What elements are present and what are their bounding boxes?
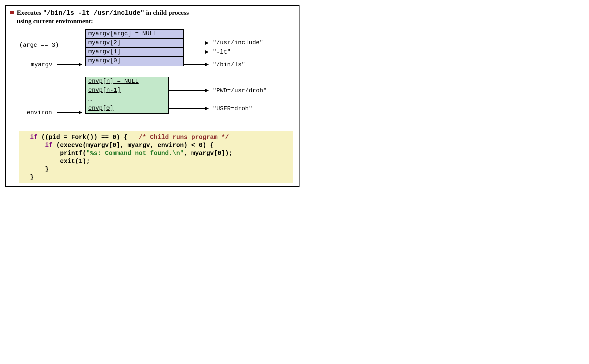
c-comment: /* Child runs program */ bbox=[139, 134, 229, 141]
c-string: "%s: Command not found.\n" bbox=[86, 150, 184, 157]
environ-label: environ bbox=[27, 109, 52, 116]
envp-target-pwd: "PWD=/usr/droh" bbox=[213, 87, 267, 94]
c-kw-if1: if bbox=[30, 134, 38, 141]
argc-label: (argc == 3) bbox=[19, 42, 59, 48]
c-l2a bbox=[22, 142, 45, 149]
arrow-argv1 bbox=[183, 52, 208, 52]
bullet-square-icon bbox=[10, 11, 14, 14]
c-kw-if2: if bbox=[45, 142, 52, 149]
argv-cell-argc: myargv[argc] = NULL bbox=[86, 30, 183, 39]
argv-cell-0: myargv[0] bbox=[86, 57, 183, 66]
envp-cell-n: envp[n] = NULL bbox=[86, 77, 168, 86]
envp-cell-n1: envp[n-1] bbox=[86, 86, 168, 95]
headline-text: Executes "/bin/ls -lt /usr/include" in c… bbox=[17, 9, 189, 25]
headline-pre: Executes bbox=[17, 9, 43, 16]
diagram-area: myargv[argc] = NULL myargv[2] myargv[1] … bbox=[10, 27, 294, 122]
arrow-myargv bbox=[57, 64, 82, 65]
arrow-envp-0 bbox=[168, 108, 208, 109]
c-l1b: ((pid = Fork()) == 0) { bbox=[38, 134, 139, 141]
c-l4: exit(1); bbox=[22, 158, 90, 165]
c-l6: } bbox=[22, 174, 34, 181]
arrow-argv0 bbox=[183, 64, 208, 65]
argv-cell-1: myargv[1] bbox=[86, 48, 183, 57]
c-l3a: printf( bbox=[22, 150, 86, 157]
slide: Executes "/bin/ls -lt /usr/include" in c… bbox=[5, 5, 300, 187]
c-l5: } bbox=[22, 166, 49, 173]
headline-mid: in child process bbox=[144, 9, 189, 16]
argv-target-binls: "/bin/ls" bbox=[213, 61, 245, 68]
argv-cell-2: myargv[2] bbox=[86, 39, 183, 48]
bullet-heading: Executes "/bin/ls -lt /usr/include" in c… bbox=[10, 9, 294, 25]
envp-cell-0: envp[0] bbox=[86, 104, 168, 113]
argv-table: myargv[argc] = NULL myargv[2] myargv[1] … bbox=[85, 29, 184, 66]
envp-cell-dots: … bbox=[86, 95, 168, 104]
arrow-environ bbox=[57, 112, 82, 113]
myargv-label: myargv bbox=[31, 61, 52, 68]
arrow-argv2 bbox=[183, 43, 208, 43]
c-l1a bbox=[22, 134, 30, 141]
c-l2b: (execve(myargv[0], myargv, environ) < 0)… bbox=[52, 142, 214, 149]
envp-target-user: "USER=droh" bbox=[213, 105, 252, 112]
envp-table: envp[n] = NULL envp[n-1] … envp[0] bbox=[85, 77, 169, 114]
argv-target-include: "/usr/include" bbox=[213, 39, 263, 46]
headline-cmd: "/bin/ls -lt /usr/include" bbox=[43, 9, 144, 17]
code-block: if ((pid = Fork()) == 0) { /* Child runs… bbox=[19, 131, 293, 183]
arrow-envp-n1 bbox=[168, 90, 208, 91]
headline-post: using current environment: bbox=[17, 18, 93, 25]
c-l3b: , myargv[0]); bbox=[184, 150, 232, 157]
argv-target-lt: "-lt" bbox=[213, 49, 231, 56]
